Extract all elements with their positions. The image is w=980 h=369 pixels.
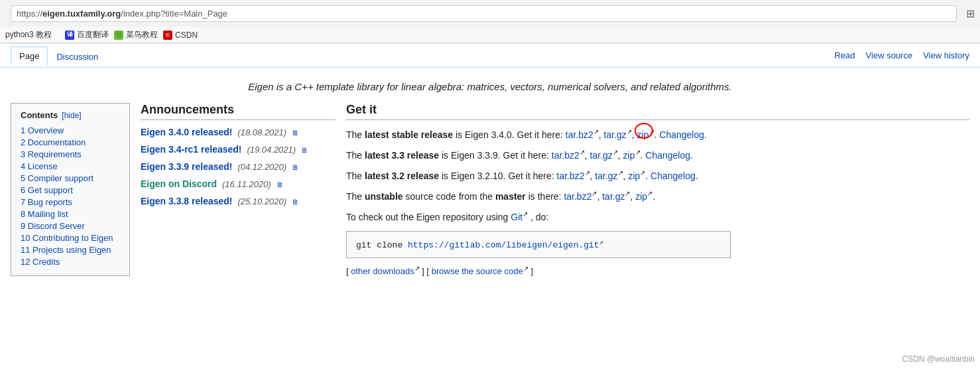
para1-prefix: The [346, 129, 365, 140]
address-bar[interactable]: https://eigen.tuxfamily.org/index.php?ti… [11, 5, 957, 22]
para2-link-zip[interactable]: zip [623, 150, 635, 161]
announcements-section-title: Announcements [141, 103, 336, 120]
get-it-git-para: To check out the Eigen repository using … [346, 209, 969, 224]
announcement-doc-icon-5: 🗎 [292, 198, 299, 206]
toc-link-11[interactable]: 11 Projects using Eigen [21, 245, 111, 255]
announcement-doc-icon-2: 🗎 [301, 146, 308, 154]
para2-ext-1: ↗ [580, 149, 585, 156]
table-of-contents: Contents [hide] 1 Overview 2 Documentati… [11, 103, 130, 276]
toc-link-5[interactable]: 5 Compiler support [21, 173, 93, 183]
toc-link-4[interactable]: 4 License [21, 161, 58, 171]
bookmark-python3[interactable]: python3 教程 [5, 29, 52, 40]
para4-link-tarbz2[interactable]: tar.bz2 [564, 191, 591, 202]
para4-ext-1: ↗ [591, 190, 597, 197]
para1-mid: is Eigen 3.4.0. Get it here: [456, 129, 566, 140]
para1-ext-3: ↗ [649, 128, 654, 135]
browse-source-link[interactable]: browse the source code [432, 266, 523, 276]
wiki-columns: Announcements Eigen 3.4.0 released! (18.… [141, 103, 969, 276]
announcement-date-2: (19.04.2021) [247, 145, 296, 155]
para3-link-changelog[interactable]: Changelog [650, 171, 696, 181]
para1-link-targz[interactable]: tar.gz [604, 129, 627, 140]
downloads-links: [ other downloads↗ ] [ browse the source… [346, 265, 969, 276]
wiki-tabs-right: Read View source View history [835, 50, 970, 60]
toc-link-6[interactable]: 6 Get support [21, 185, 73, 195]
toc-link-8[interactable]: 8 Mailing list [21, 209, 68, 219]
para2-link-tarbz2[interactable]: tar.bz2 [552, 150, 580, 161]
para3-link-zip[interactable]: zip [628, 171, 640, 181]
git-link[interactable]: Git [511, 212, 522, 222]
toc-link-3[interactable]: 3 Requirements [21, 149, 82, 159]
para1-ext-2: ↗ [627, 128, 632, 135]
announcement-link-5[interactable]: Eigen 3.3.8 released! [141, 196, 233, 206]
bookmark-cainiao[interactable]: 🌿 菜鸟教程 [114, 29, 158, 40]
tab-view-source[interactable]: View source [866, 50, 913, 60]
get-it-para-3: The latest 3.2 release is Eigen 3.2.10. … [346, 168, 969, 183]
para4-ext-3: ↗ [647, 190, 652, 197]
announcement-doc-icon-1: 🗎 [292, 129, 299, 137]
para1-link-zip[interactable]: zip [637, 129, 649, 140]
downloads-bracket-close: ] [530, 266, 533, 276]
bookmark-csdn[interactable]: C CSDN [163, 31, 198, 40]
tab-view-history[interactable]: View history [923, 50, 969, 60]
toc-item-9: 9 Discord Server [21, 221, 120, 231]
code-repo-url[interactable]: https://gitlab.com/libeigen/eigen.git [408, 241, 599, 251]
announcement-doc-icon-4: 🗎 [276, 181, 284, 188]
toc-list: 1 Overview 2 Documentation 3 Requirement… [21, 125, 120, 267]
announcement-link-4[interactable]: Eigen on Discord [141, 179, 217, 189]
browser-translate-icon[interactable]: ⊞ [966, 7, 975, 20]
para3-link-tarbz2[interactable]: tar.bz2 [557, 171, 585, 181]
other-downloads-ext: ↗ [414, 265, 420, 272]
wiki-content-area: Eigen is a C++ template library for line… [0, 68, 980, 287]
para3-ext-3: ↗ [640, 169, 645, 177]
tab-discussion[interactable]: Discussion [48, 47, 107, 66]
toc-link-1[interactable]: 1 Overview [21, 125, 64, 135]
para4-link-targz[interactable]: tar.gz [602, 191, 625, 202]
cainiao-icon: 🌿 [114, 31, 123, 40]
para1-zip-annotated: zip↗ [637, 127, 654, 142]
bookmarks-bar: python3 教程 译 百度翻译 🌿 菜鸟教程 C CSDN [0, 27, 980, 43]
para1-link-changelog[interactable]: Changelog [659, 129, 704, 140]
para4-link-zip[interactable]: zip [635, 191, 647, 202]
git-ext: ↗ [522, 210, 528, 218]
announcement-item-5: Eigen 3.3.8 released! (25.10.2020) 🗎 [141, 196, 336, 206]
para3-mid: is Eigen 3.2.10. Get it here: [442, 171, 557, 181]
git-para-text: To check out the Eigen repository using [346, 212, 511, 222]
toc-title: Contents [hide] [21, 110, 120, 120]
toc-link-7[interactable]: 7 Bug reports [21, 197, 72, 207]
other-downloads-link[interactable]: other downloads [351, 266, 414, 276]
announcements-column: Announcements Eigen 3.4.0 released! (18.… [141, 103, 346, 276]
announcement-link-3[interactable]: Eigen 3.3.9 released! [141, 161, 233, 172]
toc-link-12[interactable]: 12 Credits [21, 257, 60, 267]
csdn-icon: C [163, 31, 172, 40]
code-git-clone: git clone [356, 241, 408, 251]
announcement-doc-icon-3: 🗎 [292, 163, 299, 171]
toc-link-9[interactable]: 9 Discord Server [21, 221, 85, 231]
para2-link-changelog[interactable]: Changelog [645, 150, 690, 161]
announcement-link-2[interactable]: Eigen 3.4-rc1 released! [141, 144, 242, 155]
para2-link-targz[interactable]: tar.gz [590, 150, 613, 161]
para4-prefix: The [346, 191, 365, 202]
toc-link-10[interactable]: 10 Contributing to Eigen [21, 233, 113, 243]
para3-bold: latest 3.2 release [365, 171, 439, 181]
tab-page[interactable]: Page [11, 46, 48, 66]
para4-bold-unstable: unstable [365, 191, 403, 202]
code-block: git clone https://gitlab.com/libeigen/ei… [346, 231, 731, 258]
get-it-para-4: The unstable source code from the master… [346, 188, 969, 204]
toc-hide-button[interactable]: [hide] [62, 111, 81, 120]
toc-item-12: 12 Credits [21, 257, 120, 267]
announcement-link-1[interactable]: Eigen 3.4.0 released! [141, 127, 233, 137]
para1-link-tarbz2[interactable]: tar.bz2 [566, 129, 593, 140]
para4-mid: source code from the [405, 191, 495, 202]
para3-link-targz[interactable]: tar.gz [595, 171, 617, 181]
browser-chrome: https://eigen.tuxfamily.org/index.php?ti… [0, 0, 980, 44]
toc-item-6: 6 Get support [21, 185, 120, 195]
para2-bold: latest 3.3 release [365, 150, 439, 161]
get-it-para-1: The latest stable release is Eigen 3.4.0… [346, 127, 969, 142]
toc-link-2[interactable]: 2 Documentation [21, 137, 86, 147]
bookmark-baidu[interactable]: 译 百度翻译 [65, 29, 109, 40]
announcement-date-3: (04.12.2020) [237, 162, 286, 172]
para3-prefix: The [346, 171, 365, 181]
tab-read[interactable]: Read [835, 50, 855, 60]
announcement-date-1: (18.08.2021) [237, 127, 286, 137]
announcement-item-3: Eigen 3.3.9 released! (04.12.2020) 🗎 [141, 161, 336, 172]
